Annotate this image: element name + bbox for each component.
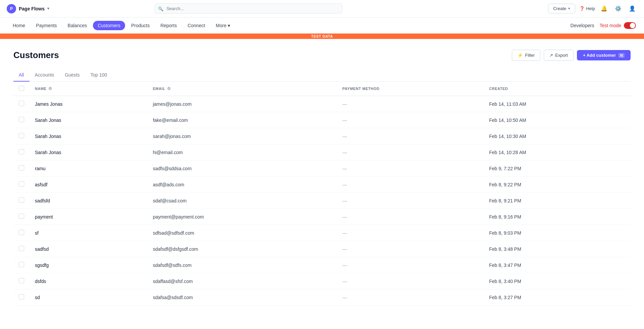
page-title: Customers	[13, 50, 59, 60]
row-email: sarah@jonas.com	[148, 128, 337, 144]
row-checkbox-cell	[13, 128, 30, 144]
name-col-settings-icon[interactable]: ⚙	[48, 86, 52, 91]
main-nav: Home Payments Balances Customers Product…	[0, 17, 644, 34]
create-chevron-icon: ▾	[568, 6, 570, 11]
help-link[interactable]: ❓ Help	[579, 6, 595, 11]
row-email: sadfs@sddsa.com	[148, 160, 337, 177]
test-mode-toggle-area: Test mode	[599, 22, 636, 29]
export-button[interactable]: ↗ Export	[544, 50, 574, 61]
table-row[interactable]: Sarah Jonas hi@email.com — Feb 14, 10:28…	[13, 144, 631, 160]
row-payment-method: —	[337, 160, 484, 177]
row-checkbox[interactable]	[19, 117, 24, 122]
customer-tabs: All Accounts Guests Top 100	[13, 69, 631, 82]
select-all-checkbox[interactable]	[19, 86, 24, 91]
tab-top100[interactable]: Top 100	[85, 69, 113, 82]
search-input[interactable]	[155, 3, 342, 14]
create-button[interactable]: Create ▾	[548, 4, 575, 13]
row-email: asdf@ads.com	[148, 177, 337, 193]
row-checkbox-cell	[13, 193, 30, 209]
tab-all[interactable]: All	[13, 69, 30, 82]
nav-item-balances[interactable]: Balances	[63, 21, 92, 30]
row-checkbox[interactable]	[19, 278, 24, 283]
table-row[interactable]: asfsdf asdf@ads.com — Feb 8, 9:22 PM	[13, 177, 631, 193]
main-content: Customers ⚡ Filter ↗ Export + Add custom…	[0, 39, 644, 316]
row-checkbox[interactable]	[19, 181, 24, 187]
toggle-knob	[630, 23, 635, 28]
table-row[interactable]: sd sdafsa@sdsdf.com — Feb 8, 3:27 PM	[13, 289, 631, 306]
row-payment-method: —	[337, 128, 484, 144]
select-all-col	[13, 82, 30, 96]
table-row[interactable]: sf sdfsad@sdfsdf.com — Feb 8, 9:03 PM	[13, 225, 631, 241]
nav-developers-link[interactable]: Developers	[571, 23, 594, 28]
row-created: Feb 8, 9:22 PM	[484, 177, 631, 193]
filter-button[interactable]: ⚡ Filter	[512, 50, 540, 61]
row-created: Feb 9, 7:22 PM	[484, 160, 631, 177]
row-checkbox[interactable]	[19, 165, 24, 171]
topbar-right: Create ▾ ❓ Help 🔔 ⚙️ 👤	[548, 4, 637, 14]
row-checkbox[interactable]	[19, 230, 24, 235]
table-row[interactable]: sadfsd sdafsdf@dsfgsdf.com — Feb 8, 3:48…	[13, 241, 631, 257]
row-payment-method: —	[337, 96, 484, 112]
table-row[interactable]: sgsdfg sdafsdf@sdfs.com — Feb 8, 3:47 PM	[13, 257, 631, 273]
row-checkbox-cell	[13, 160, 30, 177]
row-email: fake@email.com	[148, 112, 337, 128]
row-checkbox[interactable]	[19, 214, 24, 219]
customers-table: NAME ⚙ EMAIL ⚙ PAYMENT METHOD	[13, 82, 631, 306]
row-checkbox-cell	[13, 209, 30, 225]
email-col-settings-icon[interactable]: ⚙	[167, 86, 171, 91]
search-bar: 🔍	[155, 3, 342, 14]
row-payment-method: —	[337, 241, 484, 257]
nav-item-more[interactable]: More ▾	[211, 21, 235, 30]
table-row[interactable]: dsfds sdaffasd@sfsf.com — Feb 8, 3:40 PM	[13, 273, 631, 289]
add-customer-shortcut: N	[619, 53, 625, 58]
row-checkbox[interactable]	[19, 101, 24, 106]
row-payment-method: —	[337, 289, 484, 306]
nav-item-payments[interactable]: Payments	[31, 21, 61, 30]
test-mode-toggle[interactable]	[624, 22, 636, 29]
row-payment-method: —	[337, 257, 484, 273]
settings-icon[interactable]: ⚙️	[613, 4, 623, 14]
row-checkbox[interactable]	[19, 246, 24, 251]
row-payment-method: —	[337, 112, 484, 128]
tab-guests[interactable]: Guests	[59, 69, 85, 82]
row-checkbox-cell	[13, 257, 30, 273]
logo-area[interactable]: P Page Flows ▾	[7, 4, 49, 13]
nav-item-customers[interactable]: Customers	[93, 21, 125, 30]
row-created: Feb 14, 11:03 AM	[484, 96, 631, 112]
row-checkbox[interactable]	[19, 149, 24, 154]
row-checkbox[interactable]	[19, 262, 24, 267]
col-header-created: CREATED	[484, 82, 631, 96]
col-header-name: NAME ⚙	[30, 82, 148, 96]
row-name: Sarah Jonas	[30, 112, 148, 128]
row-name: Sarah Jonas	[30, 144, 148, 160]
row-checkbox[interactable]	[19, 197, 24, 203]
nav-item-reports[interactable]: Reports	[156, 21, 181, 30]
table-row[interactable]: James Jonas james@jonas.com — Feb 14, 11…	[13, 96, 631, 112]
nav-item-home[interactable]: Home	[8, 21, 30, 30]
row-payment-method: —	[337, 273, 484, 289]
row-email: sdafsdf@sdfs.com	[148, 257, 337, 273]
table-row[interactable]: Sarah Jonas sarah@jonas.com — Feb 14, 10…	[13, 128, 631, 144]
add-customer-button[interactable]: + Add customer N	[577, 50, 631, 60]
customers-table-wrapper: NAME ⚙ EMAIL ⚙ PAYMENT METHOD	[13, 82, 631, 306]
row-email: sdafsa@sdsdf.com	[148, 289, 337, 306]
nav-item-products[interactable]: Products	[126, 21, 154, 30]
row-email: sdfsad@sdfsdf.com	[148, 225, 337, 241]
page-header: Customers ⚡ Filter ↗ Export + Add custom…	[13, 50, 631, 61]
row-checkbox[interactable]	[19, 133, 24, 138]
table-row[interactable]: Sarah Jonas fake@email.com — Feb 14, 10:…	[13, 112, 631, 128]
nav-item-connect[interactable]: Connect	[183, 21, 210, 30]
user-avatar[interactable]: 👤	[627, 4, 637, 14]
col-header-email: EMAIL ⚙	[148, 82, 337, 96]
row-name: asfsdf	[30, 177, 148, 193]
table-row[interactable]: payment payment@payment.com — Feb 8, 9:1…	[13, 209, 631, 225]
table-row[interactable]: ramu sadfs@sddsa.com — Feb 9, 7:22 PM	[13, 160, 631, 177]
tab-accounts[interactable]: Accounts	[30, 69, 60, 82]
search-icon: 🔍	[158, 6, 163, 11]
notifications-icon[interactable]: 🔔	[599, 4, 609, 14]
filter-icon: ⚡	[518, 53, 523, 58]
row-checkbox[interactable]	[19, 294, 24, 299]
table-header-row: NAME ⚙ EMAIL ⚙ PAYMENT METHOD	[13, 82, 631, 96]
table-row[interactable]: sadfsfd sdaf@csad.com — Feb 8, 9:21 PM	[13, 193, 631, 209]
logo-chevron-icon: ▾	[47, 6, 49, 11]
